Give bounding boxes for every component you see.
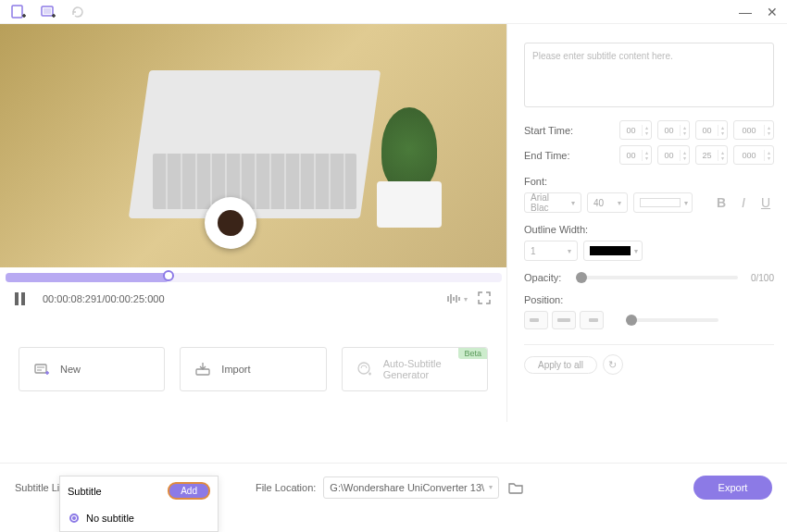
- add-file-icon[interactable]: [9, 3, 28, 21]
- end-minutes[interactable]: 00▴▾: [657, 145, 690, 165]
- file-location-select[interactable]: G:\Wondershare UniConverter 13\SubEd ▾: [323, 476, 499, 499]
- svg-rect-0: [12, 6, 22, 18]
- outline-width-select[interactable]: 1▾: [524, 241, 578, 261]
- subtitle-list-popup: Subtitle Add No subtitle: [59, 476, 219, 532]
- auto-label: Auto-Subtitle Generator: [383, 358, 474, 380]
- bold-button[interactable]: B: [713, 194, 730, 211]
- beta-badge: Beta: [458, 348, 487, 359]
- auto-icon: [356, 360, 374, 378]
- add-video-icon[interactable]: [39, 3, 57, 21]
- new-label: New: [60, 364, 81, 375]
- file-location-label: File Location:: [256, 482, 316, 493]
- close-button[interactable]: ✕: [767, 5, 778, 19]
- underline-button[interactable]: U: [757, 194, 774, 211]
- fullscreen-icon[interactable]: [477, 291, 492, 307]
- outline-label: Outline Width:: [524, 224, 774, 235]
- apply-to-all-button[interactable]: Apply to all: [524, 356, 597, 374]
- position-right-button[interactable]: [580, 311, 604, 329]
- font-color-select[interactable]: ▾: [633, 192, 693, 213]
- refresh-icon[interactable]: [69, 3, 87, 21]
- import-icon: [194, 360, 212, 378]
- subtitle-option-none[interactable]: No subtitle: [60, 505, 218, 531]
- outline-color-select[interactable]: ▾: [583, 241, 643, 261]
- opacity-slider[interactable]: [576, 276, 738, 279]
- radio-selected-icon: [69, 513, 79, 523]
- start-time-label: Start Time:: [524, 125, 585, 136]
- position-left-button[interactable]: [524, 311, 548, 329]
- end-ms[interactable]: 000▴▾: [733, 145, 774, 165]
- new-icon: [32, 360, 51, 378]
- svg-point-18: [358, 363, 369, 374]
- font-family-select[interactable]: Arial Blac▾: [524, 192, 581, 213]
- auto-subtitle-button[interactable]: Beta Auto-Subtitle Generator: [342, 347, 488, 391]
- position-center-button[interactable]: [552, 311, 576, 329]
- svg-rect-4: [44, 8, 51, 14]
- start-minutes[interactable]: 00▴▾: [657, 120, 690, 140]
- subtitle-text-input[interactable]: Please enter subtitle content here.: [524, 43, 774, 107]
- waveform-icon[interactable]: ▾: [446, 292, 468, 305]
- position-slider[interactable]: [626, 318, 718, 322]
- opacity-label: Opacity:: [524, 272, 570, 283]
- import-label: Import: [221, 364, 250, 375]
- start-ms[interactable]: 000▴▾: [733, 120, 774, 140]
- font-size-select[interactable]: 40▾: [587, 192, 628, 213]
- export-button[interactable]: Export: [693, 476, 772, 500]
- video-preview[interactable]: [0, 24, 506, 267]
- import-subtitle-button[interactable]: Import: [180, 347, 326, 391]
- end-hours[interactable]: 00▴▾: [619, 145, 652, 165]
- title-bar: — ✕: [0, 0, 787, 24]
- pause-button[interactable]: [15, 292, 28, 305]
- time-display: 00:00:08:291/00:00:25:000: [43, 293, 165, 304]
- opacity-value: 0/100: [751, 273, 774, 283]
- timeline-scrubber[interactable]: [6, 273, 502, 282]
- end-seconds[interactable]: 25▴▾: [695, 145, 728, 165]
- new-subtitle-button[interactable]: New: [19, 347, 165, 391]
- start-seconds[interactable]: 00▴▾: [695, 120, 728, 140]
- add-subtitle-button[interactable]: Add: [168, 482, 210, 500]
- minimize-button[interactable]: —: [739, 5, 752, 19]
- font-label: Font:: [524, 176, 774, 187]
- popup-title: Subtitle: [68, 486, 102, 497]
- end-time-label: End Time:: [524, 150, 585, 161]
- italic-button[interactable]: I: [735, 194, 752, 211]
- position-label: Position:: [524, 294, 774, 305]
- start-hours[interactable]: 00▴▾: [619, 120, 652, 140]
- svg-rect-12: [35, 365, 46, 373]
- open-folder-icon[interactable]: [506, 478, 525, 497]
- reset-button[interactable]: ↻: [603, 354, 623, 375]
